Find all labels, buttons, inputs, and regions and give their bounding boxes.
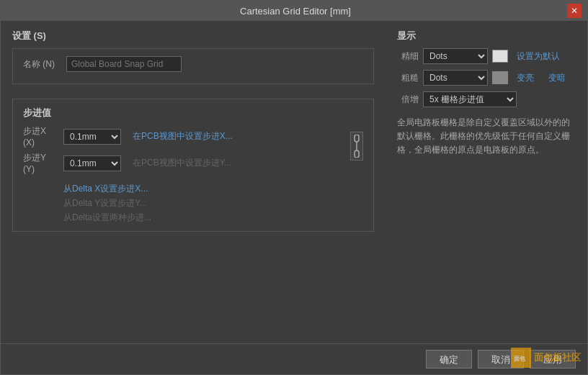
right-panel: 显示 精细 Dots Lines None 设置为默认 粗糙 — [386, 21, 587, 343]
change-bright-link[interactable]: 变亮 — [517, 72, 534, 84]
dialog: Cartesian Grid Editor [mm] ✕ 设置 (S) 名称 (… — [0, 0, 588, 375]
multiplier-label: 倍增 — [397, 94, 419, 106]
fine-color-picker[interactable] — [492, 50, 508, 63]
fine-row: 精细 Dots Lines None 设置为默认 — [397, 48, 576, 64]
step-x-row: 步进X (X) 0.1mm 0.05mm 0.025mm 1mm 在PCB视图中… — [23, 125, 344, 148]
main-content: 设置 (S) 名称 (N) 步进值 步进X (X) — [1, 21, 587, 343]
coarse-row: 粗糙 Dots Lines None 变亮 变暗 — [397, 70, 576, 86]
step-y-row: 步进Y (Y) 0.1mm 0.05mm 0.025mm 1mm 在PCB视图中… — [23, 152, 344, 174]
dialog-title: Cartesian Grid Editor [mm] — [24, 6, 567, 17]
step-y-label: 步进Y (Y) — [23, 152, 59, 174]
svg-text:面包: 面包 — [514, 356, 526, 362]
svg-rect-0 — [355, 135, 359, 142]
change-dark-link[interactable]: 变暗 — [548, 72, 566, 84]
watermark: 面包 面包板社区 — [511, 348, 581, 368]
steps-rows-wrapper: 步进X (X) 0.1mm 0.05mm 0.025mm 1mm 在PCB视图中… — [23, 125, 363, 179]
settings-title: 设置 (S) — [12, 30, 374, 42]
coarse-select[interactable]: Dots Lines None — [423, 70, 488, 86]
titlebar: Cartesian Grid Editor [mm] ✕ — [1, 1, 587, 21]
coarse-color-picker[interactable] — [492, 71, 508, 84]
settings-section: 设置 (S) 名称 (N) — [12, 30, 374, 91]
coarse-label: 粗糙 — [397, 72, 419, 84]
steps-title: 步进值 — [23, 107, 363, 119]
set-default-link[interactable]: 设置为默认 — [517, 50, 560, 63]
description-text: 全局电路板栅格是除自定义覆盖区域以外的的默认栅格。此栅格的优先级低于任何自定义栅… — [397, 116, 576, 158]
delta-both-link[interactable]: 从Delta设置两种步进... — [63, 212, 363, 224]
step-y-select[interactable]: 0.1mm 0.05mm 0.025mm 1mm — [63, 155, 121, 171]
name-input[interactable] — [66, 56, 182, 72]
delta-y-link[interactable]: 从Delta Y设置步进Y... — [63, 197, 363, 209]
footer: 确定 取消 应用 — [1, 343, 587, 374]
settings-box: 名称 (N) — [12, 48, 374, 84]
left-panel: 设置 (S) 名称 (N) 步进值 步进X (X) — [1, 21, 386, 343]
step-x-label: 步进X (X) — [23, 125, 59, 148]
steps-fields: 步进X (X) 0.1mm 0.05mm 0.025mm 1mm 在PCB视图中… — [23, 125, 344, 179]
watermark-logo: 面包 — [511, 348, 531, 368]
close-button[interactable]: ✕ — [567, 4, 582, 18]
step-y-pcb-link[interactable]: 在PCB视图中设置步进Y... — [133, 157, 231, 169]
chain-link-icon[interactable] — [350, 132, 363, 161]
display-title: 显示 — [397, 30, 576, 42]
step-x-select[interactable]: 0.1mm 0.05mm 0.025mm 1mm — [63, 129, 121, 145]
steps-section: 步进值 步进X (X) 0.1mm 0.05mm 0.025mm 1mm — [12, 99, 374, 232]
watermark-text: 面包板社区 — [534, 351, 581, 364]
fine-select[interactable]: Dots Lines None — [423, 48, 488, 64]
name-row: 名称 (N) — [23, 56, 363, 72]
delta-x-link[interactable]: 从Delta X设置步进X... — [63, 183, 363, 195]
svg-rect-1 — [355, 150, 359, 158]
link-list: 从Delta X设置步进X... 从Delta Y设置步进Y... 从Delta… — [63, 183, 363, 224]
step-x-pcb-link[interactable]: 在PCB视图中设置步进X... — [133, 130, 233, 143]
ok-button[interactable]: 确定 — [426, 350, 472, 369]
multiplier-row: 倍增 5x 栅格步进值 — [397, 91, 576, 107]
display-controls: 精细 Dots Lines None 设置为默认 粗糙 Dots Lines — [397, 48, 576, 158]
name-label: 名称 (N) — [23, 58, 66, 71]
multiplier-select[interactable]: 5x 栅格步进值 — [423, 91, 517, 107]
fine-label: 精细 — [397, 50, 419, 63]
